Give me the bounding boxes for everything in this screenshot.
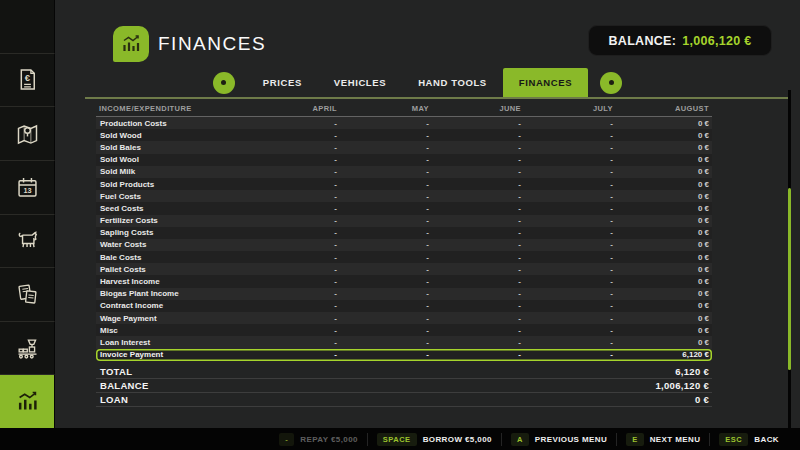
table-row-sold-wood[interactable]: Sold Wood - - - - 0 € [96,129,712,141]
summary-row-total: TOTAL 6,120 € [96,365,712,379]
bar-chart-icon [14,388,41,415]
cell-august: 0 € [616,253,712,262]
cell-april: - [248,350,340,359]
cell-april: - [248,204,340,213]
cell-july: - [524,289,616,298]
sidebar-item-production[interactable] [0,322,55,376]
cell-may: - [340,338,432,347]
key-badge[interactable]: ESC [719,433,748,446]
table-row-wage-payment[interactable]: Wage Payment - - - - 0 € [96,312,712,324]
tab-hand-tools[interactable]: HAND TOOLS [402,68,503,97]
cell-april: - [248,277,340,286]
cell-june: - [432,204,524,213]
summary-row-balance: BALANCE 1,006,120 € [96,379,712,393]
table-row-harvest-income[interactable]: Harvest Income - - - - 0 € [96,275,712,287]
cell-july: - [524,228,616,237]
cell-june: - [432,326,524,335]
production-icon [14,335,41,362]
summary-label: BALANCE [96,380,616,391]
tab-prev-button[interactable] [213,72,235,94]
cell-june: - [432,350,524,359]
key-badge[interactable]: - [279,433,294,446]
table-row-sold-bales[interactable]: Sold Bales - - - - 0 € [96,141,712,153]
table-row-fuel-costs[interactable]: Fuel Costs - - - - 0 € [96,190,712,202]
cell-may: - [340,192,432,201]
cell-july: - [524,253,616,262]
cell-april: - [248,192,340,201]
cell-july: - [524,155,616,164]
cell-june: - [432,277,524,286]
cell-august: 0 € [616,240,712,249]
cell-july: - [524,265,616,274]
table-row-sold-wool[interactable]: Sold Wool - - - - 0 € [96,154,712,166]
hint-previous-menu: A PREVIOUS MENU [501,433,616,446]
cell-june: - [432,143,524,152]
column-header-month: MAY [340,104,432,113]
cell-august: 0 € [616,204,712,213]
cell-may: - [340,228,432,237]
hint-next-menu: E NEXT MENU [616,433,709,446]
table-row-pallet-costs[interactable]: Pallet Costs - - - - 0 € [96,263,712,275]
table-row-bale-costs[interactable]: Bale Costs - - - - 0 € [96,251,712,263]
table-row-misc[interactable]: Misc - - - - 0 € [96,324,712,336]
cell-april: - [248,228,340,237]
sidebar-item-calendar[interactable]: 13 [0,161,55,215]
row-label: Sapling Costs [96,228,248,237]
scrollbar[interactable] [788,90,791,428]
sidebar-item-finances[interactable] [0,375,55,428]
tab-prices[interactable]: PRICES [247,68,318,97]
row-label: Fuel Costs [96,192,248,201]
row-label: Fertilizer Costs [96,216,248,225]
tab-next-button[interactable] [600,72,622,94]
cell-august: 0 € [616,167,712,176]
row-label: Sold Products [96,180,248,189]
table-row-fertilizer-costs[interactable]: Fertilizer Costs - - - - 0 € [96,215,712,227]
row-label: Misc [96,326,248,335]
sidebar-item-map[interactable] [0,107,55,161]
key-badge[interactable]: A [511,433,529,446]
hint-label: BORROW €5,000 [423,435,492,444]
cell-april: - [248,265,340,274]
cell-august: 0 € [616,216,712,225]
sidebar-item-animals[interactable] [0,215,55,269]
column-header-month: APRIL [248,104,340,113]
sidebar-item-statement[interactable]: € [0,54,55,108]
cell-august: 0 € [616,143,712,152]
keybind-bar: - REPAY €5,000 SPACE BORROW €5,000 A PRE… [0,428,800,450]
table-row-sold-products[interactable]: Sold Products - - - - 0 € [96,178,712,190]
summary-row-loan: LOAN 0 € [96,393,712,407]
balance-value: 1,006,120 € [682,34,751,48]
cell-april: - [248,301,340,310]
cell-june: - [432,228,524,237]
summary-label: TOTAL [96,366,616,377]
table-row-sapling-costs[interactable]: Sapling Costs - - - - 0 € [96,227,712,239]
table-row-biogas-plant-income[interactable]: Biogas Plant Income - - - - 0 € [96,288,712,300]
cell-june: - [432,314,524,323]
table-row-invoice-payment[interactable]: Invoice Payment - - - - 6,120 € [96,349,712,361]
scrollbar-thumb[interactable] [788,188,791,370]
cell-june: - [432,131,524,140]
cell-april: - [248,155,340,164]
table-row-production-costs[interactable]: Production Costs - - - - 0 € [96,117,712,129]
column-header-income-expenditure: INCOME/EXPENDITURE [96,104,248,113]
cell-april: - [248,253,340,262]
cell-may: - [340,240,432,249]
summary-value: 6,120 € [616,366,712,377]
cell-june: - [432,216,524,225]
contracts-icon [14,281,41,308]
column-header-month: JULY [524,104,616,113]
cell-april: - [248,338,340,347]
table-row-seed-costs[interactable]: Seed Costs - - - - 0 € [96,202,712,214]
table-row-water-costs[interactable]: Water Costs - - - - 0 € [96,239,712,251]
key-badge[interactable]: E [626,433,644,446]
key-badge[interactable]: SPACE [377,433,417,446]
cell-july: - [524,326,616,335]
table-row-loan-interest[interactable]: Loan Interest - - - - 0 € [96,336,712,348]
table-row-sold-milk[interactable]: Sold Milk - - - - 0 € [96,166,712,178]
tab-vehicles[interactable]: VEHICLES [318,68,402,97]
cell-may: - [340,289,432,298]
table-row-contract-income[interactable]: Contract Income - - - - 0 € [96,300,712,312]
tab-finances[interactable]: FINANCES [503,68,588,97]
row-label: Bale Costs [96,253,248,262]
sidebar-item-contracts[interactable] [0,268,55,322]
